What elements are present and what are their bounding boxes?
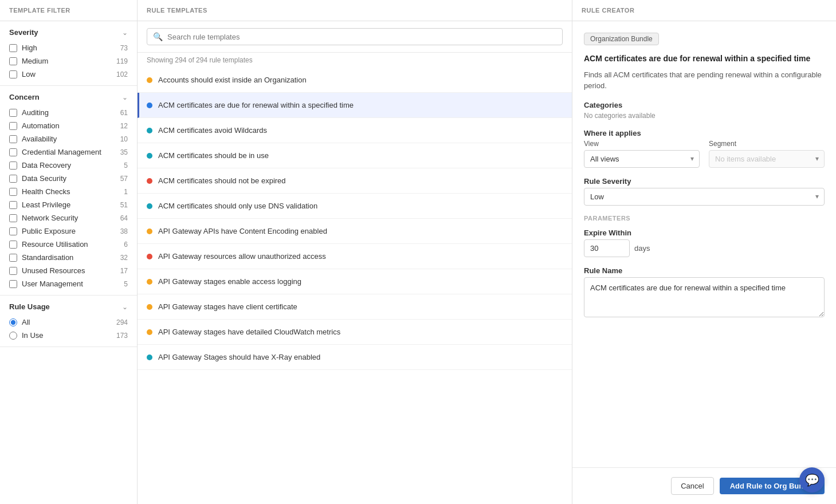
checkbox-health-checks[interactable] xyxy=(9,188,17,196)
checkbox-auditing[interactable] xyxy=(9,109,17,117)
filter-item-low: Low 102 xyxy=(0,68,137,81)
checkbox-network-security[interactable] xyxy=(9,214,17,222)
label-data-security: Data Security xyxy=(22,174,116,183)
view-select[interactable]: All views xyxy=(584,150,700,168)
radio-in-use[interactable] xyxy=(9,332,17,340)
checkbox-least-privilege[interactable] xyxy=(9,201,17,209)
checkbox-unused-resources[interactable] xyxy=(9,267,17,275)
rule-item[interactable]: API Gateway stages enable access logging xyxy=(138,269,572,294)
label-public-exposure: Public Exposure xyxy=(22,227,116,235)
severity-section: Severity ⌄ High 73 Medium 119 Low 102 xyxy=(0,21,137,86)
rule-item-text: API Gateway stages enable access logging xyxy=(158,277,301,286)
showing-text: Showing 294 of 294 rule templates xyxy=(138,53,572,68)
filter-item-automation: Automation 12 xyxy=(0,119,137,132)
label-low: Low xyxy=(22,70,112,78)
filter-item-resource-utilisation: Resource Utilisation 6 xyxy=(0,238,137,251)
count-health-checks: 1 xyxy=(124,188,128,196)
label-health-checks: Health Checks xyxy=(22,187,119,196)
expire-within: days xyxy=(584,239,825,257)
count-network-security: 64 xyxy=(120,214,128,222)
count-resource-utilisation: 6 xyxy=(124,241,128,249)
segment-select-wrap: No items available xyxy=(709,150,825,168)
count-in-use: 173 xyxy=(116,332,128,340)
filter-item-auditing: Auditing 61 xyxy=(0,106,137,119)
cancel-button[interactable]: Cancel xyxy=(671,477,713,495)
rule-usage-section-header[interactable]: Rule Usage ⌄ xyxy=(0,296,137,316)
severity-section-header[interactable]: Severity ⌄ xyxy=(0,21,137,41)
rule-item[interactable]: Accounts should exist inside an Organiza… xyxy=(138,68,572,93)
label-standardisation: Standardisation xyxy=(22,253,116,262)
concern-section-header[interactable]: Concern ⌄ xyxy=(0,86,137,106)
rule-item[interactable]: API Gateway resources allow unauthorized… xyxy=(138,244,572,269)
expire-label: Expire Within xyxy=(584,229,825,237)
checkbox-low[interactable] xyxy=(9,70,17,78)
rule-item-text: ACM certificates are due for renewal wit… xyxy=(158,101,354,109)
expire-input[interactable] xyxy=(584,239,630,257)
count-auditing: 61 xyxy=(120,109,128,117)
label-network-security: Network Security xyxy=(22,214,116,222)
label-all: All xyxy=(22,318,112,326)
rule-dot-icon xyxy=(147,279,152,285)
checkbox-standardisation[interactable] xyxy=(9,254,17,262)
search-input[interactable] xyxy=(167,33,556,41)
view-select-wrap: All views xyxy=(584,150,700,168)
filter-item-high: High 73 xyxy=(0,41,137,54)
filter-item-availability: Availability 10 xyxy=(0,132,137,145)
filter-item-health-checks: Health Checks 1 xyxy=(0,185,137,198)
rule-name-textarea[interactable] xyxy=(584,277,825,317)
rule-item[interactable]: ACM certificates should not be expired xyxy=(138,168,572,194)
rule-usage-title: Rule Usage xyxy=(9,302,50,311)
filter-item-in-use: In Use 173 xyxy=(0,329,137,342)
rule-dot-icon xyxy=(147,128,152,133)
checkbox-high[interactable] xyxy=(9,44,17,52)
rule-item[interactable]: API Gateway Stages should have X-Ray ena… xyxy=(138,345,572,370)
count-unused-resources: 17 xyxy=(120,267,128,275)
rule-item[interactable]: API Gateway stages have client certifica… xyxy=(138,294,572,320)
segment-select[interactable]: No items available xyxy=(709,150,825,168)
label-data-recovery: Data Recovery xyxy=(22,161,119,170)
params-label: PARAMETERS xyxy=(584,215,825,222)
rule-dot-icon xyxy=(147,103,152,108)
rule-dot-icon xyxy=(147,304,152,310)
count-high: 73 xyxy=(120,44,128,52)
filter-item-public-exposure: Public Exposure 38 xyxy=(0,225,137,238)
count-all: 294 xyxy=(116,318,128,326)
rule-item-text: API Gateway resources allow unauthorized… xyxy=(158,252,326,261)
filter-item-user-management: User Management 5 xyxy=(0,277,137,290)
org-bundle-badge: Organization Bundle xyxy=(584,33,659,45)
rule-item[interactable]: ACM certificates avoid Wildcards xyxy=(138,118,572,143)
label-automation: Automation xyxy=(22,121,116,130)
rule-item[interactable]: ACM certificates are due for renewal wit… xyxy=(138,93,572,118)
count-standardisation: 32 xyxy=(120,254,128,262)
checkbox-public-exposure[interactable] xyxy=(9,227,17,235)
chat-bubble-button[interactable]: 💬 xyxy=(799,467,825,493)
search-bar: 🔍 xyxy=(138,21,572,53)
rule-item-text: API Gateway stages have client certifica… xyxy=(158,302,297,311)
rule-item[interactable]: ACM certificates should be in use xyxy=(138,143,572,168)
radio-all[interactable] xyxy=(9,318,17,326)
filter-item-unused-resources: Unused Resources 17 xyxy=(0,264,137,277)
rule-item[interactable]: ACM certificates should only use DNS val… xyxy=(138,194,572,219)
checkbox-availability[interactable] xyxy=(9,135,17,143)
filter-item-data-security: Data Security 57 xyxy=(0,172,137,185)
rule-item[interactable]: API Gateway stages have detailed CloudWa… xyxy=(138,320,572,345)
rule-item[interactable]: API Gateway APIs have Content Encoding e… xyxy=(138,219,572,244)
checkbox-medium[interactable] xyxy=(9,57,17,65)
checkbox-credential-management[interactable] xyxy=(9,148,17,156)
rule-item-text: API Gateway stages have detailed CloudWa… xyxy=(158,328,340,336)
rule-item-text: ACM certificates should only use DNS val… xyxy=(158,202,317,210)
checkbox-user-management[interactable] xyxy=(9,280,17,288)
filter-panel: TEMPLATE FILTER Severity ⌄ High 73 Mediu… xyxy=(0,0,138,504)
checkbox-data-security[interactable] xyxy=(9,175,17,183)
checkbox-data-recovery[interactable] xyxy=(9,162,17,170)
rule-item-text: ACM certificates avoid Wildcards xyxy=(158,126,267,135)
checkbox-automation[interactable] xyxy=(9,122,17,130)
rule-item-text: API Gateway APIs have Content Encoding e… xyxy=(158,227,327,235)
expire-unit: days xyxy=(634,244,650,253)
concern-section: Concern ⌄ Auditing 61 Automation 12 Avai… xyxy=(0,86,137,296)
checkbox-resource-utilisation[interactable] xyxy=(9,241,17,249)
creator-actions: Cancel Add Rule to Org Bundle xyxy=(572,467,836,504)
severity-select[interactable]: Low xyxy=(584,188,825,206)
creator-panel: RULE CREATOR Organization Bundle ACM cer… xyxy=(572,0,836,504)
search-input-wrap: 🔍 xyxy=(147,28,563,45)
